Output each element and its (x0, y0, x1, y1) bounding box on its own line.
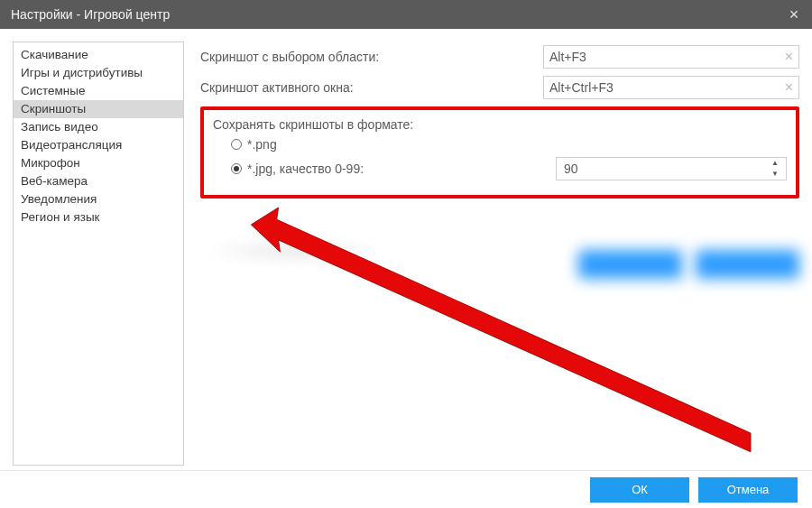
close-icon[interactable]: × (785, 5, 803, 23)
radio-icon (231, 163, 242, 174)
format-section-label: Сохранять скриншоты в формате: (213, 117, 787, 132)
hotkey-area-label: Скриншот с выбором области: (200, 50, 543, 64)
sidebar-item-download[interactable]: Скачивание (14, 46, 183, 64)
sidebar-item-system[interactable]: Системные (14, 82, 183, 100)
format-png-label: *.png (247, 137, 277, 152)
dialog-footer: ОК Отмена (0, 470, 812, 508)
window-title: Настройки - Игровой центр (11, 7, 170, 22)
blurred-area (203, 232, 799, 286)
sidebar-item-mic[interactable]: Микрофон (14, 154, 183, 172)
hotkey-area-input[interactable]: Alt+F3 × (543, 45, 799, 69)
jpg-quality-stepper[interactable]: 90 ▲ ▼ (556, 157, 787, 180)
format-png-radio[interactable]: *.png (213, 137, 787, 152)
sidebar-item-notifications[interactable]: Уведомления (14, 190, 183, 208)
chevron-up-icon[interactable]: ▲ (771, 160, 782, 167)
hotkey-area-row: Скриншот с выбором области: Alt+F3 × (200, 45, 799, 69)
hotkey-active-input[interactable]: Alt+Ctrl+F3 × (543, 76, 799, 99)
format-jpg-label: *.jpg, качество 0-99: (247, 162, 364, 176)
format-highlight: Сохранять скриншоты в формате: *.png *.j… (200, 106, 799, 199)
jpg-quality-value: 90 (564, 162, 578, 176)
sidebar: Скачивание Игры и дистрибутивы Системные… (13, 42, 184, 466)
format-jpg-radio[interactable]: *.jpg, качество 0-99: 90 ▲ ▼ (213, 157, 787, 180)
sidebar-item-record[interactable]: Запись видео (14, 118, 183, 136)
sidebar-item-screenshots[interactable]: Скриншоты (14, 100, 183, 118)
clear-icon[interactable]: × (785, 49, 793, 65)
chevron-down-icon[interactable]: ▼ (771, 171, 782, 178)
sidebar-item-games[interactable]: Игры и дистрибутивы (14, 64, 183, 82)
clear-icon[interactable]: × (785, 79, 793, 96)
sidebar-item-webcam[interactable]: Веб-камера (14, 172, 183, 190)
dialog-body: Скачивание Игры и дистрибутивы Системные… (0, 29, 812, 508)
sidebar-item-stream[interactable]: Видеотрансляция (14, 136, 183, 154)
radio-icon (231, 139, 242, 150)
ok-button[interactable]: ОК (590, 477, 689, 503)
hotkey-active-value: Alt+Ctrl+F3 (549, 80, 614, 95)
titlebar: Настройки - Игровой центр × (0, 0, 812, 29)
cancel-button[interactable]: Отмена (698, 477, 798, 503)
hotkey-active-row: Скриншот активного окна: Alt+Ctrl+F3 × (200, 76, 799, 99)
sidebar-item-region[interactable]: Регион и язык (14, 208, 183, 226)
stepper-arrows[interactable]: ▲ ▼ (771, 160, 782, 178)
hotkey-active-label: Скриншот активного окна: (200, 80, 543, 95)
hotkey-area-value: Alt+F3 (549, 50, 586, 64)
